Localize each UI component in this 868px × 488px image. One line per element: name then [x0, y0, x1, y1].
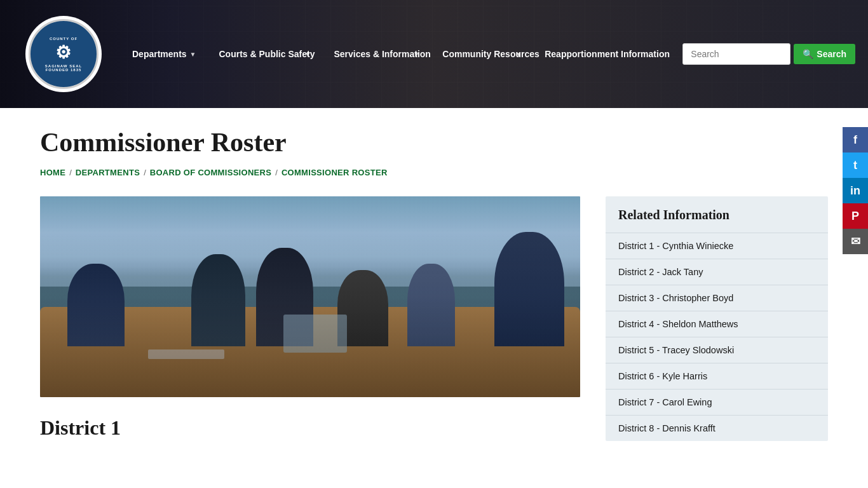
related-info-item-1[interactable]: District 1 - Cynthia Winiecke: [606, 233, 828, 259]
meeting-scene: [40, 196, 580, 397]
social-sidebar: f t in P ✉: [843, 127, 868, 254]
nav-community[interactable]: Community Resources ▼: [431, 43, 533, 65]
linkedin-button[interactable]: in: [843, 178, 868, 203]
breadcrumb-home[interactable]: HOME: [40, 168, 65, 177]
related-info-item-7[interactable]: District 7 - Carol Ewing: [606, 389, 828, 415]
nav-courts-arrow: ▼: [305, 50, 311, 58]
breadcrumb-departments[interactable]: DEPARTMENTS: [76, 168, 140, 177]
breadcrumb: HOME / DEPARTMENTS / BOARD OF COMMISSION…: [40, 168, 828, 177]
logo-circle: COUNTY OF ⚙ SAGINAW SEAL FOUNDED 1835: [25, 16, 102, 92]
nav-services-arrow: ▼: [413, 50, 419, 58]
nav-reapportionment[interactable]: Reapportionment Information: [533, 43, 632, 65]
nav-courts-label: Courts & Public Safety: [219, 48, 302, 60]
search-button-label: Search: [817, 49, 846, 59]
nav-services[interactable]: Services & Information ▼: [322, 43, 431, 65]
twitter-icon: t: [853, 159, 857, 172]
header-search: 🔍 Search: [682, 43, 855, 65]
nav-courts[interactable]: Courts & Public Safety ▼: [208, 43, 323, 65]
main-navigation: Departments ▼ Courts & Public Safety ▼ S…: [114, 43, 682, 65]
related-info-item-4[interactable]: District 4 - Sheldon Matthews: [606, 311, 828, 337]
nav-departments[interactable]: Departments ▼: [121, 43, 208, 65]
logo-wrapper[interactable]: COUNTY OF ⚙ SAGINAW SEAL FOUNDED 1835: [13, 16, 114, 92]
pinterest-button[interactable]: P: [843, 203, 868, 229]
breadcrumb-sep-3: /: [275, 168, 278, 177]
logo-county-text: COUNTY OF: [50, 37, 78, 41]
related-info-list: District 1 - Cynthia Winiecke District 2…: [606, 233, 828, 441]
search-icon: 🔍: [803, 49, 813, 59]
nav-services-label: Services & Information: [334, 48, 410, 60]
email-icon: ✉: [851, 234, 860, 248]
email-button[interactable]: ✉: [843, 229, 868, 254]
site-header: COUNTY OF ⚙ SAGINAW SEAL FOUNDED 1835 De…: [0, 0, 868, 108]
logo-founded-text: FOUNDED 1835: [46, 68, 82, 72]
logo-seal-emblem: ⚙: [55, 42, 72, 63]
twitter-button[interactable]: t: [843, 152, 868, 178]
nav-departments-label: Departments: [132, 48, 187, 60]
logo-inner: COUNTY OF ⚙ SAGINAW SEAL FOUNDED 1835: [29, 19, 98, 89]
related-info-item-3[interactable]: District 3 - Christopher Boyd: [606, 285, 828, 311]
breadcrumb-sep-1: /: [69, 168, 72, 177]
facebook-icon: f: [853, 133, 857, 147]
breadcrumb-board[interactable]: BOARD OF COMMISSIONERS: [150, 168, 272, 177]
facebook-button[interactable]: f: [843, 127, 868, 152]
content-main: District 1: [40, 196, 580, 445]
breadcrumb-sep-2: /: [144, 168, 146, 177]
search-button[interactable]: 🔍 Search: [794, 44, 855, 64]
nav-reapportionment-label: Reapportionment Information: [545, 48, 621, 60]
nav-departments-arrow: ▼: [190, 50, 196, 58]
main-content: Commissioner Roster HOME / DEPARTMENTS /…: [0, 108, 868, 470]
related-info-title: Related Information: [606, 196, 828, 233]
image-overlay: [40, 196, 580, 397]
related-info-box: Related Information District 1 - Cynthia…: [606, 196, 828, 441]
related-info-item-6[interactable]: District 6 - Kyle Harris: [606, 363, 828, 389]
page-title: Commissioner Roster: [40, 127, 828, 158]
district-heading: District 1: [40, 416, 580, 440]
content-sidebar: Related Information District 1 - Cynthia…: [606, 196, 828, 441]
meeting-image: [40, 196, 580, 397]
header-content: COUNTY OF ⚙ SAGINAW SEAL FOUNDED 1835 De…: [0, 16, 868, 92]
nav-community-arrow: ▼: [515, 50, 522, 58]
breadcrumb-current: COMMISSIONER ROSTER: [281, 168, 388, 177]
related-info-item-5[interactable]: District 5 - Tracey Slodowski: [606, 337, 828, 363]
related-info-item-2[interactable]: District 2 - Jack Tany: [606, 259, 828, 285]
search-input[interactable]: [682, 43, 790, 65]
related-info-item-8[interactable]: District 8 - Dennis Krafft: [606, 415, 828, 441]
nav-community-label: Community Resources: [442, 48, 512, 60]
content-layout: District 1 Related Information District …: [40, 196, 828, 445]
linkedin-icon: in: [850, 184, 860, 198]
pinterest-icon: P: [851, 210, 859, 223]
main-container: Commissioner Roster HOME / DEPARTMENTS /…: [15, 108, 853, 470]
